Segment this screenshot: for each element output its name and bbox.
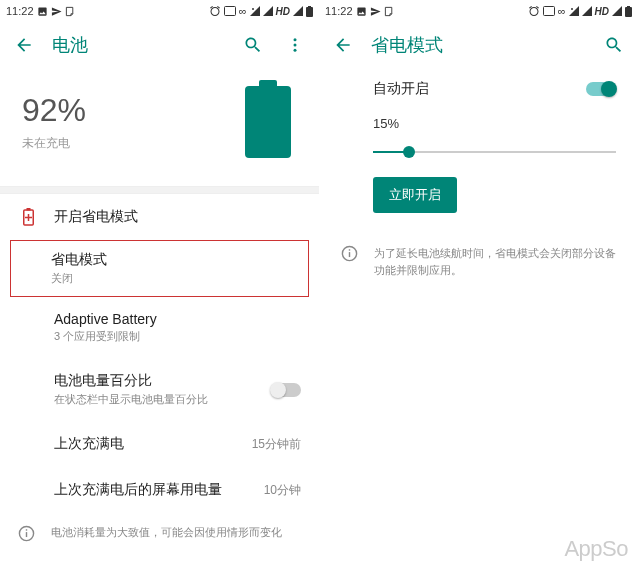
- screen-since-row[interactable]: 上次充满电后的屏幕用电量 10分钟: [0, 467, 319, 513]
- svg-point-5: [294, 44, 297, 47]
- info-icon: [341, 245, 358, 262]
- status-time: 11:22: [6, 5, 34, 17]
- signal2-icon: [263, 6, 273, 16]
- threshold-slider[interactable]: [373, 143, 616, 161]
- pct-row-sub: 在状态栏中显示电池电量百分比: [54, 392, 255, 407]
- signal-icon: [250, 6, 260, 16]
- footer-text: 电池消耗量为大致值，可能会因使用情形而变化: [51, 525, 282, 540]
- page-title: 电池: [52, 33, 225, 57]
- auto-on-label: 自动开启: [373, 80, 586, 98]
- auto-on-toggle[interactable]: [586, 82, 616, 96]
- battery-hero: 92% 未在充电: [0, 68, 319, 186]
- battery-status-icon: [625, 6, 632, 17]
- saver-info-text: 为了延长电池续航时间，省电模式会关闭部分设备功能并限制应用。: [374, 245, 616, 278]
- more-button[interactable]: [281, 31, 309, 59]
- svg-point-6: [294, 49, 297, 52]
- svg-rect-18: [349, 249, 350, 250]
- page-title: 省电模式: [371, 33, 586, 57]
- battery-status-icon: [306, 6, 313, 17]
- signal-icon: [569, 6, 579, 16]
- saver-mode-row[interactable]: 省电模式 关闭: [10, 240, 309, 297]
- image-icon: [356, 6, 367, 17]
- saver-header-label: 开启省电模式: [54, 208, 301, 226]
- back-button[interactable]: [329, 31, 357, 59]
- battery-percentage: 92%: [22, 92, 245, 129]
- hd-icon: HD: [276, 6, 290, 17]
- battery-saver-header-row[interactable]: 开启省电模式: [0, 194, 319, 240]
- note-icon: [384, 6, 395, 17]
- screen-saver-mode: 11:22 ∞ HD 省电模式 自动开启 15: [319, 0, 638, 568]
- search-button[interactable]: [600, 31, 628, 59]
- pct-row-title: 电池电量百分比: [54, 372, 255, 390]
- slider-thumb[interactable]: [403, 146, 415, 158]
- screen-since-title: 上次充满电后的屏幕用电量: [54, 481, 248, 499]
- last-full-title: 上次充满电: [54, 435, 236, 453]
- svg-rect-10: [26, 532, 27, 537]
- svg-rect-17: [349, 252, 350, 257]
- pct-toggle[interactable]: [271, 383, 301, 397]
- saver-mode-title: 省电模式: [51, 251, 302, 269]
- threshold-block: 15% 立即开启: [341, 112, 616, 227]
- alarm-icon: [528, 5, 540, 17]
- send-icon: [370, 6, 381, 17]
- screen-since-meta: 10分钟: [264, 482, 301, 499]
- svg-rect-11: [26, 529, 27, 530]
- link-icon: ∞: [558, 5, 566, 17]
- image-icon: [37, 6, 48, 17]
- alarm-icon: [209, 5, 221, 17]
- adaptive-title: Adaptive Battery: [54, 311, 301, 327]
- auto-on-row[interactable]: 自动开启: [341, 80, 616, 98]
- saver-mode-sub: 关闭: [51, 271, 302, 286]
- watermark: AppSo: [564, 536, 628, 562]
- last-full-row[interactable]: 上次充满电 15分钟前: [0, 421, 319, 467]
- cast-icon: [224, 6, 236, 16]
- battery-percent-row[interactable]: 电池电量百分比 在状态栏中显示电池电量百分比: [0, 358, 319, 421]
- footer-info-row: 电池消耗量为大致值，可能会因使用情形而变化: [0, 513, 319, 554]
- adaptive-battery-row[interactable]: Adaptive Battery 3 个应用受到限制: [0, 297, 319, 358]
- app-bar: 省电模式: [319, 22, 638, 68]
- adaptive-sub: 3 个应用受到限制: [54, 329, 301, 344]
- threshold-label: 15%: [373, 116, 616, 131]
- signal3-icon: [612, 6, 622, 16]
- search-button[interactable]: [239, 31, 267, 59]
- send-icon: [51, 6, 62, 17]
- divider: [0, 186, 319, 194]
- signal2-icon: [582, 6, 592, 16]
- svg-rect-0: [224, 7, 235, 16]
- hd-icon: HD: [595, 6, 609, 17]
- cast-icon: [543, 6, 555, 16]
- link-icon: ∞: [239, 5, 247, 17]
- battery-large-icon: [245, 86, 291, 158]
- svg-point-1: [252, 8, 254, 10]
- battery-saver-icon: [18, 208, 38, 226]
- svg-point-13: [571, 8, 573, 10]
- status-time: 11:22: [325, 5, 353, 17]
- enable-now-button[interactable]: 立即开启: [373, 177, 457, 213]
- svg-rect-12: [543, 7, 554, 16]
- svg-rect-8: [26, 208, 30, 211]
- svg-rect-15: [627, 6, 630, 8]
- saver-info-row: 为了延长电池续航时间，省电模式会关闭部分设备功能并限制应用。: [319, 227, 638, 296]
- signal3-icon: [293, 6, 303, 16]
- back-button[interactable]: [10, 31, 38, 59]
- svg-rect-2: [306, 7, 313, 17]
- status-bar: 11:22 ∞ HD: [319, 0, 638, 22]
- svg-rect-14: [625, 7, 632, 17]
- note-icon: [65, 6, 76, 17]
- status-bar: 11:22 ∞ HD: [0, 0, 319, 22]
- svg-rect-3: [308, 6, 311, 8]
- svg-point-4: [294, 38, 297, 41]
- battery-charging-status: 未在充电: [22, 135, 245, 152]
- screen-battery: 11:22 ∞ HD 电池 92% 未在充电: [0, 0, 319, 568]
- app-bar: 电池: [0, 22, 319, 68]
- last-full-meta: 15分钟前: [252, 436, 301, 453]
- info-icon: [18, 525, 35, 542]
